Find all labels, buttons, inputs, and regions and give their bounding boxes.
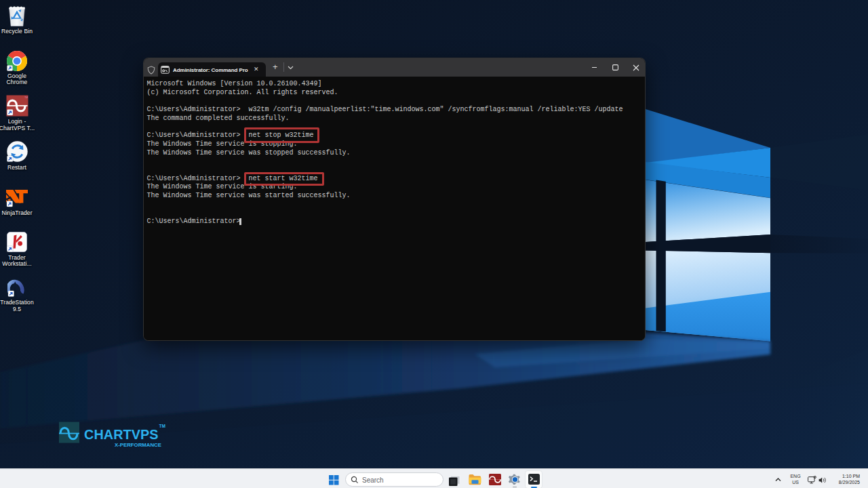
svg-text:CHARTVPS: CHARTVPS bbox=[84, 427, 159, 442]
svg-text:X-PERFORMANCE: X-PERFORMANCE bbox=[115, 442, 161, 448]
svg-text:TM: TM bbox=[24, 96, 28, 99]
svg-text:TM: TM bbox=[159, 424, 165, 428]
